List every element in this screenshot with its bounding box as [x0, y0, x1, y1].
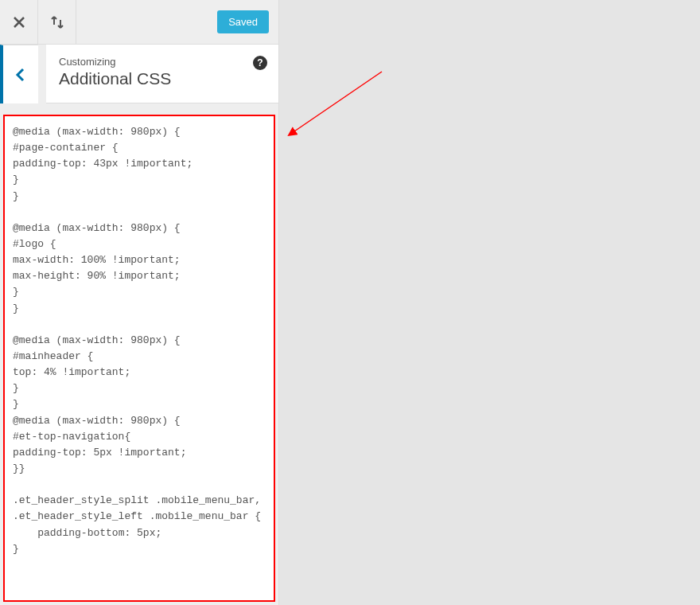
customizer-sidebar: Saved Customizing Additional CSS ? @medi… [0, 0, 279, 605]
close-button[interactable] [0, 0, 38, 45]
section-header-row: Customizing Additional CSS ? [0, 45, 278, 103]
preview-pane [279, 0, 700, 605]
customizing-label: Customizing [59, 56, 266, 68]
customizer-toolbar: Saved [0, 0, 278, 45]
section-header-panel: Customizing Additional CSS ? [46, 45, 278, 103]
css-editor[interactable]: @media (max-width: 980px) { #page-contai… [3, 115, 275, 602]
help-icon: ? [257, 57, 262, 68]
back-button[interactable] [0, 45, 38, 103]
saved-button[interactable]: Saved [217, 10, 269, 33]
section-title: Additional CSS [59, 69, 266, 88]
device-toggle-button[interactable] [38, 0, 76, 45]
chevron-left-icon [15, 68, 26, 82]
swap-icon [50, 15, 64, 29]
help-button[interactable]: ? [253, 56, 267, 70]
close-icon [13, 16, 25, 29]
